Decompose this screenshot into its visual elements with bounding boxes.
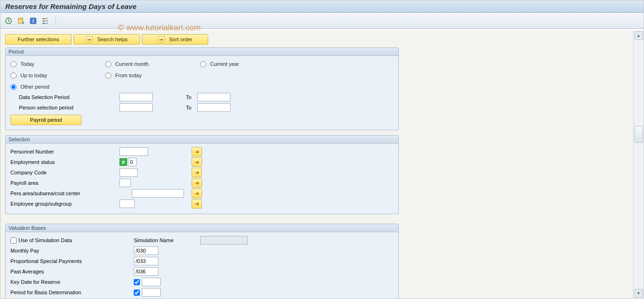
- input-pers-area[interactable]: [132, 189, 184, 198]
- svg-rect-5: [43, 20, 44, 22]
- period-group-title: Period: [6, 48, 398, 56]
- label-data-selection-period: Data Selection Period: [10, 94, 120, 100]
- more-personnel-number[interactable]: ➔: [192, 147, 202, 156]
- execute-icon[interactable]: [4, 17, 13, 25]
- more-employee-group[interactable]: ➔: [192, 199, 202, 208]
- search-helps-label: Search helps: [97, 36, 128, 42]
- input-employee-group[interactable]: [120, 199, 135, 208]
- input-payroll-area[interactable]: [120, 179, 131, 187]
- label-employee-group: Employee group/subgroup: [10, 201, 120, 207]
- toolbar-separator: [55, 16, 56, 26]
- payroll-period-label: Payroll period: [30, 117, 62, 123]
- page-title: Reserves for Remaining Days of Leave: [5, 2, 137, 10]
- radio-current-year[interactable]: [200, 61, 206, 67]
- svg-rect-6: [43, 23, 44, 24]
- checkbox-use-simulation[interactable]: [10, 237, 17, 244]
- input-past-averages[interactable]: [134, 267, 158, 276]
- label-current-month: Current month: [115, 61, 148, 67]
- svg-rect-4: [43, 18, 44, 19]
- input-simulation-name: [200, 236, 248, 245]
- more-payroll-area[interactable]: ➔: [192, 178, 202, 188]
- label-person-selection-period: Person selection period: [10, 105, 120, 110]
- input-company-code[interactable]: [120, 168, 138, 177]
- input-period-basis[interactable]: [142, 288, 161, 297]
- scrollbar-thumb[interactable]: [635, 126, 643, 143]
- label-key-date: Key Date for Reserve: [10, 279, 134, 285]
- svg-rect-1: [18, 18, 23, 23]
- scroll-up-arrow-icon[interactable]: ▲: [635, 31, 643, 40]
- input-key-date[interactable]: [142, 278, 161, 286]
- scrollbar-track[interactable]: [635, 41, 643, 288]
- input-employment-status[interactable]: [128, 158, 137, 166]
- more-employment-status[interactable]: ➔: [192, 157, 202, 167]
- radio-from-today[interactable]: [105, 72, 111, 79]
- checkbox-period-basis[interactable]: [134, 290, 140, 296]
- selection-button-row: Further selections ➔ Search helps ➔ Sort…: [5, 34, 628, 45]
- selection-group-title: Selection: [6, 136, 398, 144]
- not-equal-icon[interactable]: ≠: [120, 158, 127, 166]
- label-period-basis: Period for Basis Determination: [10, 290, 134, 295]
- input-person-selection-to[interactable]: [197, 103, 230, 112]
- label-to-1: To: [186, 94, 197, 100]
- label-use-simulation: Use of Simulation Data: [18, 237, 72, 243]
- more-pers-area[interactable]: ➔: [192, 189, 202, 198]
- checkbox-key-date[interactable]: [134, 279, 140, 285]
- input-prop-special[interactable]: [134, 257, 158, 265]
- input-monthly-pay[interactable]: [134, 246, 158, 255]
- input-person-selection-from[interactable]: [120, 103, 153, 112]
- label-past-averages: Past Averages: [10, 269, 134, 274]
- sort-order-button[interactable]: ➔ Sort order: [142, 34, 208, 45]
- label-personnel-number: Personnel Number: [10, 149, 120, 154]
- input-data-selection-to[interactable]: [197, 93, 230, 101]
- content-area: Further selections ➔ Search helps ➔ Sort…: [0, 30, 644, 299]
- scroll-down-arrow-icon[interactable]: ▼: [635, 289, 643, 298]
- vertical-scrollbar[interactable]: ▲ ▼: [633, 30, 644, 299]
- input-data-selection-from[interactable]: [120, 93, 153, 101]
- valuation-group-title: Valuation Bases: [6, 224, 398, 232]
- arrow-right-icon: ➔: [158, 36, 165, 43]
- label-pers-area: Pers.area/subarea/cost center: [10, 190, 132, 196]
- label-monthly-pay: Monthly Pay: [10, 248, 134, 254]
- selection-group: Selection Personnel Number ➔ Employment …: [5, 135, 399, 214]
- label-today: Today: [20, 61, 34, 67]
- label-up-to-today: Up to today: [20, 72, 47, 78]
- info-icon[interactable]: i: [29, 17, 37, 25]
- label-from-today: From today: [115, 72, 142, 78]
- label-to-2: To: [186, 105, 197, 110]
- radio-today[interactable]: [10, 61, 17, 67]
- search-helps-button[interactable]: ➔ Search helps: [74, 34, 140, 45]
- radio-other-period[interactable]: [10, 84, 17, 90]
- label-current-year: Current year: [210, 61, 239, 67]
- further-selections-label: Further selections: [18, 36, 59, 42]
- more-company-code[interactable]: ➔: [192, 168, 202, 177]
- label-other-period: Other period: [20, 84, 49, 90]
- sort-order-label: Sort order: [169, 36, 193, 42]
- label-simulation-name: Simulation Name: [134, 237, 200, 243]
- label-company-code: Company Code: [10, 170, 120, 175]
- label-prop-special: Proportional Special Payments: [10, 258, 134, 264]
- radio-current-month[interactable]: [105, 61, 111, 67]
- label-employment-status: Employment status: [10, 159, 120, 165]
- radio-up-to-today[interactable]: [10, 72, 17, 79]
- further-selections-button[interactable]: Further selections: [5, 34, 72, 45]
- page-title-bar: Reserves for Remaining Days of Leave: [0, 0, 644, 13]
- period-group: Period Today Current month Current year: [5, 47, 399, 130]
- svg-text:i: i: [33, 18, 34, 24]
- org-structure-icon[interactable]: [41, 17, 50, 25]
- label-payroll-area: Payroll area: [10, 180, 120, 186]
- get-variant-icon[interactable]: [17, 17, 25, 25]
- valuation-group: Valuation Bases Use of Simulation Data S…: [5, 224, 399, 299]
- payroll-period-button[interactable]: Payroll period: [10, 115, 82, 125]
- toolbar: i: [0, 13, 644, 29]
- arrow-right-icon: ➔: [86, 36, 92, 43]
- content-inner: Further selections ➔ Search helps ➔ Sort…: [0, 30, 633, 299]
- input-personnel-number[interactable]: [120, 147, 148, 156]
